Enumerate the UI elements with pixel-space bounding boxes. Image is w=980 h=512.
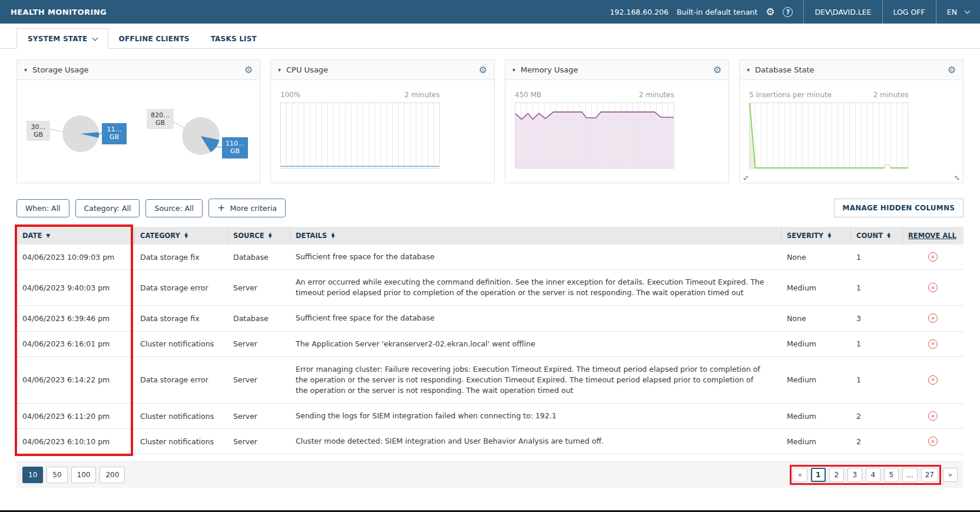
cell-date: 04/06/2023 6:10:10 pm bbox=[16, 429, 134, 454]
sort-icon: ▲▼ bbox=[887, 233, 890, 239]
sort-icon: ▲▼ bbox=[269, 233, 272, 239]
cell-count: 2 bbox=[850, 429, 902, 454]
svg-text:820…: 820… bbox=[151, 111, 170, 119]
pagination-page-3[interactable]: 3 bbox=[847, 468, 862, 482]
svg-text:GB: GB bbox=[155, 119, 165, 127]
tab-system-state[interactable]: SYSTEM STATE bbox=[16, 28, 108, 49]
cell-severity: None bbox=[781, 306, 850, 331]
cell-details: Cluster mode detected: SIEM integration … bbox=[290, 429, 781, 454]
collapse-icon[interactable]: ▾ bbox=[512, 67, 515, 73]
page-title: HEALTH MONITORING bbox=[0, 0, 117, 24]
filter-category[interactable]: Category: All bbox=[75, 199, 140, 217]
widget-storage-usage: ▾ Storage Usage ⚙ 30…GB11…GB 820…GB110…G… bbox=[16, 60, 260, 183]
log-off-button[interactable]: LOG OFF bbox=[893, 8, 925, 16]
cell-category: Data storage error bbox=[134, 357, 227, 403]
table-row[interactable]: 04/06/2023 6:11:20 pm Cluster notificati… bbox=[16, 404, 964, 429]
column-header-count[interactable]: COUNT ▲▼ bbox=[850, 227, 902, 245]
cell-source: Server bbox=[227, 357, 290, 403]
page-size-50[interactable]: 50 bbox=[47, 467, 67, 483]
collapse-icon[interactable]: ▾ bbox=[24, 67, 27, 73]
page-size-group: 1050100200 bbox=[22, 467, 128, 483]
table-row[interactable]: 04/06/2023 6:10:10 pm Cluster notificati… bbox=[16, 429, 964, 454]
filter-when[interactable]: When: All bbox=[16, 199, 69, 217]
gear-icon[interactable]: ⚙ bbox=[713, 64, 721, 75]
y-max-label: 5 insertions per minute bbox=[749, 91, 832, 99]
page-size-200[interactable]: 200 bbox=[100, 467, 125, 483]
resize-icon[interactable]: ↔ bbox=[741, 173, 750, 183]
table-row[interactable]: 04/06/2023 6:16:01 pm Cluster notificati… bbox=[16, 332, 964, 357]
page-size-10[interactable]: 10 bbox=[22, 467, 43, 483]
pagination-page-2[interactable]: 2 bbox=[829, 468, 844, 482]
table-row[interactable]: 04/06/2023 10:09:03 pm Data storage fix … bbox=[16, 245, 964, 270]
table-body: 04/06/2023 10:09:03 pm Data storage fix … bbox=[16, 245, 964, 454]
cell-severity: Medium bbox=[781, 404, 850, 428]
manage-hidden-columns-button[interactable]: MANAGE HIDDEN COLUMNS bbox=[834, 199, 964, 217]
column-header-severity[interactable]: SEVERITY ▲▼ bbox=[781, 227, 850, 245]
pagination-page-27[interactable]: 27 bbox=[921, 468, 938, 482]
collapse-icon[interactable]: ▾ bbox=[747, 67, 750, 73]
column-header-details[interactable]: DETAILS ▲▼ bbox=[290, 227, 781, 245]
pagination-page-1[interactable]: 1 bbox=[811, 468, 826, 482]
column-header-date[interactable]: DATE ▼ bbox=[16, 227, 134, 245]
cpu-line-chart bbox=[280, 103, 440, 169]
remove-all-link[interactable]: REMOVE ALL bbox=[908, 232, 956, 240]
cell-count: 2 bbox=[850, 404, 902, 428]
more-criteria-button[interactable]: + More criteria bbox=[208, 199, 286, 217]
svg-text:11…: 11… bbox=[107, 125, 122, 133]
sort-icon: ▲▼ bbox=[331, 233, 334, 239]
remove-row-button[interactable]: × bbox=[928, 339, 938, 349]
cell-date: 04/06/2023 6:11:20 pm bbox=[16, 404, 134, 428]
resize-icon[interactable]: ↔ bbox=[952, 173, 962, 183]
pagination-prev[interactable]: « bbox=[793, 468, 807, 482]
cell-date: 04/06/2023 9:40:03 pm bbox=[16, 270, 134, 305]
cell-date: 04/06/2023 6:39:46 pm bbox=[16, 306, 134, 331]
table-row[interactable]: 04/06/2023 6:14:22 pm Data storage error… bbox=[16, 357, 964, 404]
remove-icon: × bbox=[928, 411, 938, 421]
remove-row-button[interactable]: × bbox=[928, 411, 938, 421]
collapse-icon[interactable]: ▾ bbox=[278, 67, 281, 73]
svg-text:GB: GB bbox=[110, 133, 119, 141]
y-max-label: 450 MB bbox=[515, 91, 541, 99]
remove-row-button[interactable]: × bbox=[928, 375, 938, 385]
cell-source: Server bbox=[227, 404, 290, 428]
page-size-100[interactable]: 100 bbox=[71, 467, 97, 483]
remove-row-button[interactable]: × bbox=[928, 283, 938, 292]
remove-row-button[interactable]: × bbox=[928, 252, 938, 262]
gear-icon[interactable]: ⚙ bbox=[479, 64, 487, 75]
cell-source: Database bbox=[227, 306, 290, 331]
gear-icon[interactable]: ⚙ bbox=[948, 64, 956, 75]
table-row[interactable]: 04/06/2023 6:39:46 pm Data storage fix D… bbox=[16, 306, 964, 331]
language-selector[interactable]: EN bbox=[947, 8, 957, 16]
pagination-page-4[interactable]: 4 bbox=[866, 468, 880, 482]
table-row[interactable]: 04/06/2023 9:40:03 pm Data storage error… bbox=[16, 270, 964, 306]
widgets-row: ▾ Storage Usage ⚙ 30…GB11…GB 820…GB110…G… bbox=[16, 60, 964, 183]
filter-source[interactable]: Source: All bbox=[145, 199, 203, 217]
remove-all-header[interactable]: REMOVE ALL bbox=[902, 227, 964, 245]
cell-details: The Application Server 'ekranserver2-02.… bbox=[290, 332, 781, 356]
storage-pie-chart-2: 820…GB110…GB bbox=[145, 97, 250, 169]
widget-title: Memory Usage bbox=[521, 65, 578, 74]
column-header-source[interactable]: SOURCE ▲▼ bbox=[227, 227, 290, 245]
gear-icon[interactable]: ⚙ bbox=[244, 64, 253, 75]
cell-source: Server bbox=[227, 332, 290, 356]
pagination-pages: «12345…27 » bbox=[792, 468, 958, 482]
cell-date: 04/06/2023 6:16:01 pm bbox=[16, 332, 134, 356]
remove-row-button[interactable]: × bbox=[928, 437, 938, 446]
cell-count: 1 bbox=[850, 245, 902, 269]
help-icon[interactable]: ? bbox=[783, 7, 793, 17]
tab-tasks-list[interactable]: TASKS LIST bbox=[200, 29, 267, 48]
time-window-label: 2 minutes bbox=[639, 91, 674, 99]
tenant-name[interactable]: Built-in default tenant bbox=[677, 8, 757, 16]
pagination-next[interactable]: » bbox=[943, 468, 958, 482]
widget-cpu-usage: ▾ CPU Usage ⚙ 100% 2 minutes bbox=[270, 60, 495, 183]
gear-icon[interactable]: ⚙ bbox=[766, 7, 774, 17]
cell-severity: Medium bbox=[781, 357, 850, 403]
column-header-category[interactable]: CATEGORY ▲▼ bbox=[134, 227, 227, 245]
tab-offline-clients[interactable]: OFFLINE CLIENTS bbox=[108, 29, 200, 48]
chevron-down-icon bbox=[92, 35, 98, 41]
remove-row-button[interactable]: × bbox=[928, 313, 938, 323]
user-name[interactable]: DEV\DAVID.LEE bbox=[815, 8, 871, 16]
pagination-page-5[interactable]: 5 bbox=[884, 468, 899, 482]
pagination-page-…[interactable]: … bbox=[902, 468, 918, 482]
cell-source: Database bbox=[227, 245, 290, 269]
